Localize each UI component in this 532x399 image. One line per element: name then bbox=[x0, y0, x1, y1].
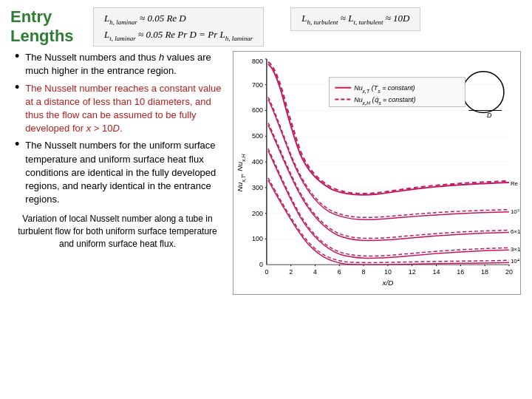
diameter-label: D bbox=[487, 112, 492, 120]
svg-text:2: 2 bbox=[289, 268, 293, 276]
svg-text:10: 10 bbox=[384, 268, 392, 276]
svg-text:18: 18 bbox=[481, 268, 488, 276]
bullet-text-3: The Nusselt numbers for the uniform surf… bbox=[25, 139, 225, 206]
formula-line-2: Lt, laminar ≈ 0.05 Re Pr D = Pr Lh, lami… bbox=[104, 29, 253, 42]
svg-text:300: 300 bbox=[252, 184, 263, 191]
bullet-item-3: • The Nusselt numbers for the uniform su… bbox=[15, 139, 225, 206]
caption: Variation of local Nusselt number along … bbox=[10, 213, 225, 250]
tube-cross-section bbox=[463, 72, 504, 113]
bullet-text-2: The Nusselt number reaches a constant va… bbox=[25, 82, 225, 136]
bullet-dot-3: • bbox=[15, 137, 19, 152]
chart-svg: Nux,T, Nux,H 0 100 200 bbox=[233, 51, 521, 295]
bullet-item-1: • The Nusselt numbers and thus h values … bbox=[15, 51, 225, 78]
svg-text:8: 8 bbox=[362, 268, 366, 276]
svg-text:0: 0 bbox=[259, 261, 263, 268]
re-label-1e4: 10⁴ bbox=[511, 258, 519, 265]
header-row: Entry Lengths Lh, laminar ≈ 0.05 Re D Lt… bbox=[10, 7, 522, 47]
svg-text:14: 14 bbox=[433, 268, 440, 276]
svg-text:12: 12 bbox=[409, 268, 416, 276]
formula-line-1: Lh, laminar ≈ 0.05 Re D bbox=[104, 13, 186, 26]
svg-text:400: 400 bbox=[252, 158, 263, 166]
left-column: • The Nusselt numbers and thus h values … bbox=[10, 51, 225, 392]
content-row: • The Nusselt numbers and thus h values … bbox=[10, 51, 522, 392]
bullet-text-1: The Nusselt numbers and thus h values ar… bbox=[25, 51, 225, 78]
bullet-dot-1: • bbox=[15, 50, 19, 64]
svg-text:600: 600 bbox=[252, 107, 263, 115]
svg-text:4: 4 bbox=[313, 268, 317, 276]
svg-text:Nux,T, Nux,H: Nux,T, Nux,H bbox=[236, 154, 246, 192]
page: Entry Lengths Lh, laminar ≈ 0.05 Re D Lt… bbox=[0, 0, 532, 399]
re-label-3e4: 3×10⁴ bbox=[511, 247, 521, 253]
bullet-list: • The Nusselt numbers and thus h values … bbox=[10, 51, 225, 206]
svg-text:0: 0 bbox=[265, 268, 268, 276]
curve-re3e4-solid bbox=[268, 151, 509, 258]
formula-right-box: Lh, turbulent ≈ Lt, turbulent ≈ 10D bbox=[290, 7, 420, 31]
chart-container: Nux,T, Nux,H 0 100 200 bbox=[233, 51, 521, 297]
svg-text:700: 700 bbox=[252, 81, 263, 89]
svg-text:x/D: x/D bbox=[381, 279, 393, 287]
re-label-2e5: Re = 2 × 10⁵ bbox=[511, 180, 521, 187]
svg-text:800: 800 bbox=[252, 58, 263, 65]
chart-area: Nux,T, Nux,H 0 100 200 bbox=[232, 51, 522, 392]
svg-text:6: 6 bbox=[338, 268, 341, 276]
bullet-dot-2: • bbox=[15, 81, 19, 95]
svg-text:200: 200 bbox=[252, 210, 263, 217]
svg-text:20: 20 bbox=[505, 268, 513, 276]
formula-left-box: Lh, laminar ≈ 0.05 Re D Lt, laminar ≈ 0.… bbox=[93, 7, 264, 47]
re-label-1e5: 10⁵ bbox=[511, 208, 519, 215]
bullet-item-2: • The Nusselt number reaches a constant … bbox=[15, 82, 225, 136]
page-title: Entry Lengths bbox=[10, 7, 84, 47]
re-label-6e4: 6×10⁴ bbox=[511, 229, 521, 236]
svg-text:100: 100 bbox=[252, 236, 263, 243]
curve-re6e4-dashed bbox=[268, 123, 509, 239]
svg-text:16: 16 bbox=[457, 268, 464, 276]
svg-text:500: 500 bbox=[252, 132, 263, 140]
